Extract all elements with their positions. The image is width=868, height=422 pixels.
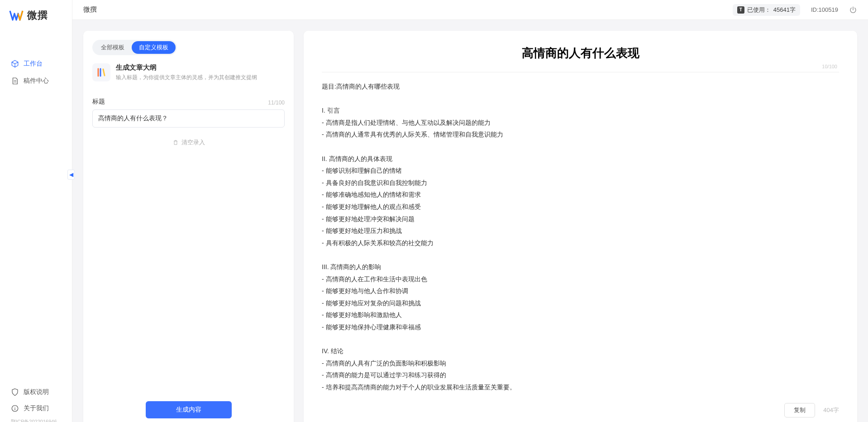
template-tabs: 全部模板 自定义模板 — [92, 40, 177, 55]
document-icon — [11, 77, 19, 85]
user-id: ID:100519 — [811, 6, 838, 13]
template-name: 生成文章大纲 — [116, 63, 257, 72]
shield-icon — [11, 388, 19, 396]
usage-label: 已使用： — [747, 6, 771, 14]
footer-item-label: 关于我们 — [24, 404, 49, 413]
icp-text: 鄂ICP备2022016946号 — [7, 417, 65, 422]
chevron-left-icon: ◀ — [69, 171, 73, 178]
clear-input-label: 清空录入 — [181, 138, 205, 147]
title-field-label: 标题 — [92, 98, 105, 106]
topbar: 微撰 T 已使用： 45641字 ID:100519 — [72, 0, 868, 20]
footer-item-label: 版权说明 — [24, 388, 49, 396]
output-panel: 高情商的人有什么表现 10/100 题目:高情商的人有哪些表现 I. 引言 - … — [304, 31, 857, 422]
nav: 工作台 稿件中心 — [0, 55, 72, 90]
page-title: 微撰 — [83, 5, 97, 14]
title-char-count: 11/100 — [268, 100, 285, 106]
generate-button[interactable]: 生成内容 — [146, 401, 232, 418]
trash-icon — [172, 139, 179, 146]
nav-item-drafts[interactable]: 稿件中心 — [5, 72, 67, 90]
main: 微撰 T 已使用： 45641字 ID:100519 全部模板 — [72, 0, 868, 422]
nav-item-label: 工作台 — [24, 60, 43, 68]
usage-badge[interactable]: T 已使用： 45641字 — [733, 4, 800, 16]
template-icon — [92, 63, 110, 81]
footer-item-about[interactable]: 关于我们 — [7, 400, 65, 417]
text-icon: T — [737, 6, 744, 14]
footer-item-copyright[interactable]: 版权说明 — [7, 384, 65, 400]
nav-item-workbench[interactable]: 工作台 — [5, 55, 67, 72]
template-panel: 全部模板 自定义模板 生成文章大纲 输入标题，为你提供文章主体的灵感，并为其创建… — [83, 31, 294, 422]
power-icon[interactable] — [849, 6, 857, 14]
content: 全部模板 自定义模板 生成文章大纲 输入标题，为你提供文章主体的灵感，并为其创建… — [72, 20, 868, 422]
logo: 微撰 — [0, 0, 72, 28]
nav-item-label: 稿件中心 — [24, 77, 49, 85]
logo-mark-icon — [9, 8, 24, 23]
template-header: 生成文章大纲 输入标题，为你提供文章主体的灵感，并为其创建推文提纲 — [92, 63, 285, 81]
word-count: 404字 — [823, 406, 839, 414]
template-desc: 输入标题，为你提供文章主体的灵感，并为其创建推文提纲 — [116, 74, 257, 81]
info-icon — [11, 404, 19, 413]
article-title[interactable]: 高情商的人有什么表现 — [322, 45, 839, 61]
logo-text: 微撰 — [27, 9, 48, 22]
sidebar-footer: 版权说明 关于我们 鄂ICP备2022016946号 — [0, 379, 72, 422]
sidebar: 微撰 工作台 稿件中心 版权说明 — [0, 0, 72, 422]
svg-point-1 — [14, 407, 15, 408]
title-input[interactable] — [92, 109, 285, 128]
clear-input-button[interactable]: 清空录入 — [172, 138, 205, 147]
sidebar-collapse-button[interactable]: ◀ — [67, 170, 75, 180]
article-title-count: 10/100 — [322, 64, 839, 72]
cube-icon — [11, 60, 19, 68]
article-body[interactable]: 题目:高情商的人有哪些表现 I. 引言 - 高情商是指人们处理情绪、与他人互动以… — [322, 81, 839, 393]
usage-value: 45641字 — [773, 6, 796, 14]
tab-custom-templates[interactable]: 自定义模板 — [132, 41, 176, 54]
tab-all-templates[interactable]: 全部模板 — [94, 41, 132, 54]
copy-button[interactable]: 复制 — [784, 403, 815, 417]
